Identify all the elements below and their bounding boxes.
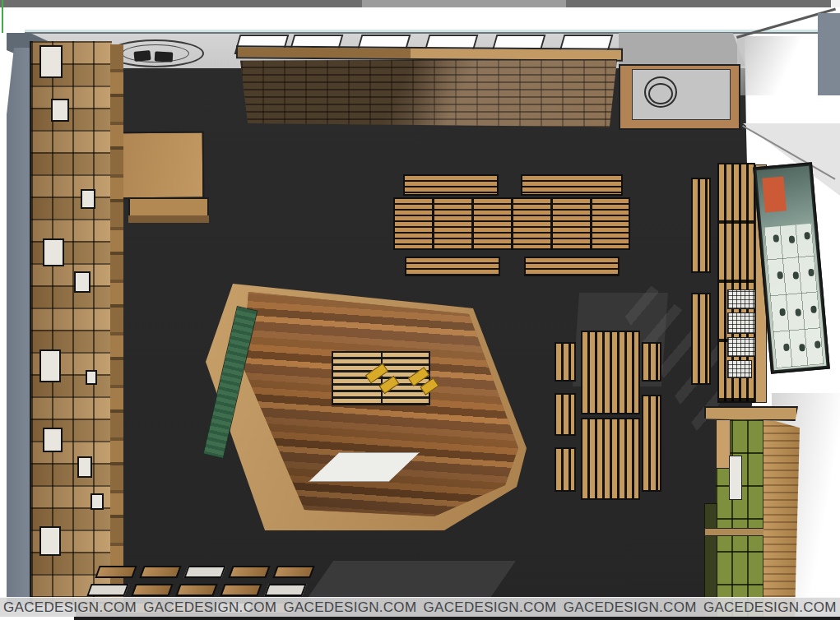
mesh-basket	[727, 312, 755, 334]
display-box	[228, 566, 270, 578]
slat-bench	[403, 174, 499, 196]
green-shelf-mid-bar	[704, 528, 765, 536]
artwork-orange-square	[762, 176, 787, 212]
display-box	[86, 584, 128, 596]
top-border-band-right	[566, 0, 831, 7]
display-box	[175, 584, 217, 596]
display-box	[220, 584, 262, 596]
green-shelf-white-cell	[729, 456, 742, 500]
white-cube	[43, 238, 64, 266]
watermark-text: GACEDESIGN.COM	[283, 599, 416, 616]
ceiling-vent-1	[133, 50, 151, 62]
display-box	[131, 584, 173, 596]
white-cube	[81, 189, 95, 209]
mesh-basket	[727, 289, 755, 309]
top-border-band-mid	[362, 0, 566, 7]
white-cube	[74, 271, 90, 293]
watermark-text: GACEDESIGN.COM	[703, 599, 837, 616]
reception-desk-edge	[128, 215, 209, 223]
white-cube	[43, 428, 63, 452]
watermark-band: GACEDESIGN.COM GACEDESIGN.COM GACEDESIGN…	[0, 597, 840, 617]
slat-bench-vertical	[555, 342, 576, 382]
slat-screen-frame	[236, 45, 623, 61]
slat-bench-vertical	[642, 342, 661, 382]
slat-bench-vertical	[642, 395, 661, 492]
slat-table-large	[393, 197, 630, 250]
basin-circle-inner	[648, 83, 673, 104]
watermark-text: GACEDESIGN.COM	[424, 599, 557, 616]
interior-render-scene: GACEDESIGN.COM GACEDESIGN.COM GACEDESIGN…	[0, 0, 840, 620]
platform-table-divider	[381, 353, 383, 404]
counter-top	[632, 69, 731, 120]
display-box	[139, 566, 181, 578]
ceiling-vent-2	[155, 51, 174, 62]
right-wall-blue-strip	[818, 13, 840, 95]
mesh-basket	[727, 337, 755, 357]
display-box	[264, 584, 306, 596]
left-wall-strip	[7, 48, 31, 605]
right-wall-shade-top	[737, 36, 811, 95]
watermark-text: GACEDESIGN.COM	[3, 599, 137, 616]
slat-table-vertical	[581, 331, 640, 414]
mesh-basket	[727, 360, 752, 378]
slat-bench-vertical	[555, 393, 576, 436]
slat-bench-vertical	[691, 293, 711, 385]
display-box	[183, 566, 225, 578]
green-shelving-unit	[704, 406, 805, 620]
green-shelf-top-bar	[704, 406, 798, 421]
service-counter	[619, 64, 740, 130]
white-cube	[51, 99, 69, 122]
slat-bench-vertical	[555, 447, 576, 492]
bottom-scene-strip	[74, 617, 840, 620]
watermark-text: GACEDESIGN.COM	[564, 599, 697, 616]
watermark-text: GACEDESIGN.COM	[143, 599, 276, 616]
slat-bench	[521, 174, 623, 196]
display-box	[95, 566, 137, 578]
basin-circle	[644, 76, 677, 108]
ceiling-band-right	[619, 33, 745, 66]
white-cube	[86, 370, 97, 385]
white-cube	[39, 45, 63, 78]
table-dividers	[395, 199, 629, 248]
white-cube	[39, 349, 61, 382]
green-shelf-wood-side	[763, 418, 800, 620]
cube-shelving-side	[110, 44, 123, 605]
white-cube	[39, 526, 61, 556]
wood-slat-screen	[240, 59, 617, 128]
floor-light-patch	[306, 561, 516, 600]
top-border-band-corner	[831, 0, 840, 7]
slat-bench-vertical	[691, 178, 711, 273]
artwork-plant-marks	[773, 234, 779, 243]
reception-desk-extension	[128, 197, 209, 217]
axis-line-green	[2, 0, 3, 33]
white-cube	[77, 456, 92, 478]
slat-table-vertical	[581, 418, 640, 500]
parquet-display-platform	[197, 271, 543, 543]
white-cube	[90, 493, 104, 510]
left-cube-shelving	[30, 41, 112, 605]
display-box	[272, 566, 314, 578]
top-border-band-left	[0, 0, 362, 7]
